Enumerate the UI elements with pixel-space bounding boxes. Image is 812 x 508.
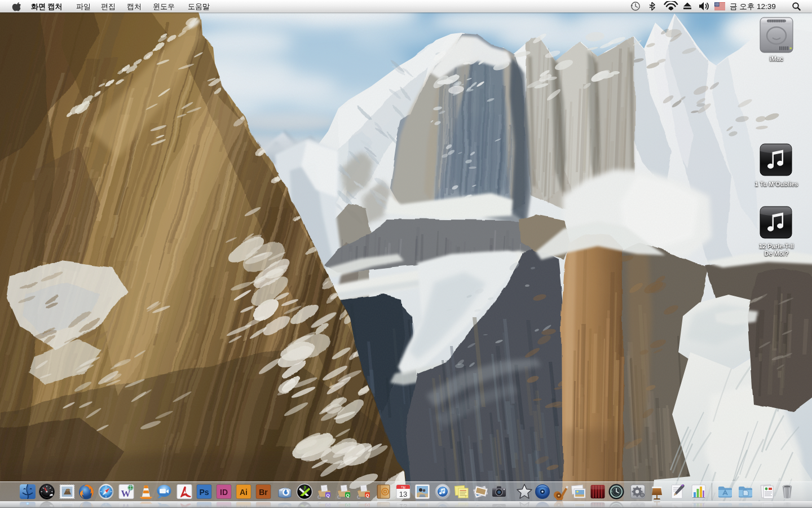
svg-text:Q: Q bbox=[326, 493, 329, 498]
svg-text:Q: Q bbox=[365, 493, 369, 498]
svg-text:Ps: Ps bbox=[199, 488, 209, 497]
svg-text:13: 13 bbox=[399, 490, 407, 498]
svg-text:ID: ID bbox=[220, 488, 228, 497]
svg-text:Q: Q bbox=[346, 493, 349, 498]
svg-text:Ai: Ai bbox=[240, 488, 248, 497]
svg-text:7월: 7월 bbox=[401, 485, 406, 489]
svg-text:Br: Br bbox=[259, 488, 268, 497]
